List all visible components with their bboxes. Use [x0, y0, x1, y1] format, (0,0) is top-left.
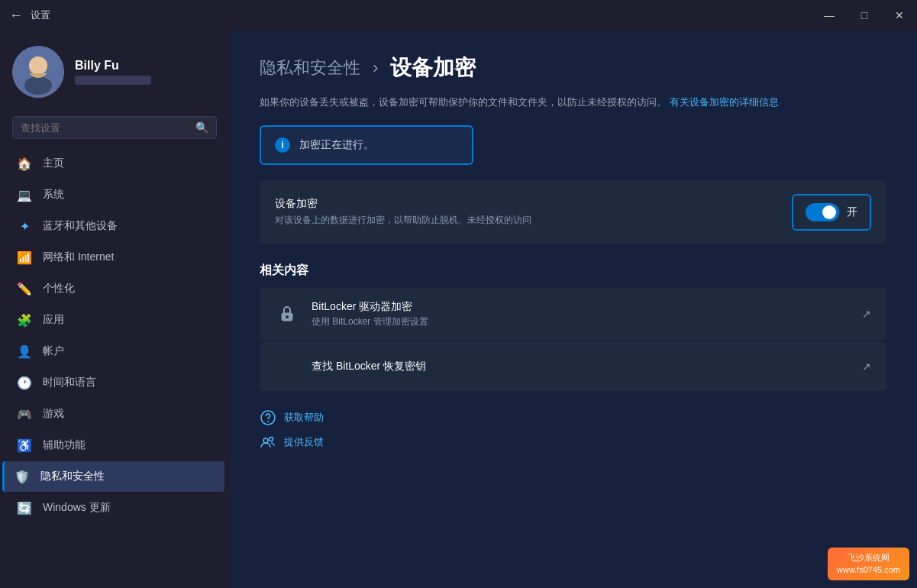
- watermark: 飞沙系统网 www.fs0745.com: [828, 548, 909, 580]
- sidebar-item-label: 网络和 Internet: [43, 250, 114, 264]
- sidebar-item-label: 辅助功能: [43, 438, 86, 452]
- footer-links: 获取帮助 提供反馈: [260, 409, 886, 451]
- privacy-icon: 🛡️: [15, 469, 30, 484]
- description-row: 如果你的设备丢失或被盗，设备加密可帮助保护你的文件和文件夹，以防止未经授权的访问…: [260, 95, 886, 110]
- apps-icon: 🧩: [17, 312, 32, 328]
- recovery-key-icon: [275, 354, 299, 379]
- sidebar-item-accounts[interactable]: 👤 帐户: [5, 336, 224, 367]
- info-text: 加密正在进行。: [299, 138, 374, 152]
- sidebar-item-apps[interactable]: 🧩 应用: [5, 305, 224, 335]
- system-icon: 💻: [17, 187, 32, 202]
- user-info: Billy Fu: [75, 59, 151, 85]
- sidebar: Billy Fu 🔍 🏠 主页 💻 系统 ✦ 蓝牙和其他设备: [0, 31, 229, 588]
- toggle-label: 开: [847, 205, 857, 219]
- sidebar-item-system[interactable]: 💻 系统: [5, 179, 224, 210]
- sidebar-item-label: 隐私和安全性: [40, 470, 105, 483]
- sidebar-item-label: 主页: [43, 157, 64, 170]
- feedback-icon: [260, 434, 276, 451]
- watermark-line2: www.fs0745.com: [837, 564, 900, 576]
- sidebar-item-label: 个性化: [43, 282, 75, 296]
- info-box: i 加密正在进行。: [260, 125, 473, 165]
- sidebar-item-personalization[interactable]: ✏️ 个性化: [5, 273, 224, 304]
- main-content: 隐私和安全性 › 设备加密 如果你的设备丢失或被盗，设备加密可帮助保护你的文件和…: [229, 31, 917, 588]
- toggle-container: 开: [792, 194, 871, 231]
- device-encryption-desc: 对该设备上的数据进行加密，以帮助防止脱机、未经授权的访问: [275, 214, 531, 227]
- recovery-key-title: 查找 BitLocker 恢复密钥: [312, 360, 850, 373]
- user-name: Billy Fu: [75, 59, 151, 73]
- sidebar-item-privacy[interactable]: 🛡️ 隐私和安全性: [2, 461, 224, 492]
- personalization-icon: ✏️: [17, 281, 32, 296]
- sidebar-item-windows-update[interactable]: 🔄 Windows 更新: [5, 493, 224, 523]
- sidebar-item-time[interactable]: 🕐 时间和语言: [5, 367, 224, 398]
- help-link[interactable]: 获取帮助: [260, 409, 886, 426]
- home-icon: 🏠: [17, 156, 32, 171]
- avatar: [12, 46, 64, 98]
- user-profile[interactable]: Billy Fu: [0, 31, 229, 110]
- bitlocker-external-icon: ↗: [862, 308, 871, 320]
- accounts-icon: 👤: [17, 344, 32, 359]
- detail-link[interactable]: 有关设备加密的详细信息: [670, 96, 779, 108]
- time-icon: 🕐: [17, 375, 32, 390]
- titlebar-title: 设置: [31, 8, 50, 22]
- sidebar-item-network[interactable]: 📶 网络和 Internet: [5, 242, 224, 273]
- sidebar-item-accessibility[interactable]: ♿ 辅助功能: [5, 430, 224, 460]
- minimize-button[interactable]: —: [812, 0, 847, 31]
- sidebar-item-label: 应用: [43, 313, 64, 327]
- device-encryption-card: 设备加密 对该设备上的数据进行加密，以帮助防止脱机、未经授权的访问 开: [260, 180, 886, 244]
- bluetooth-icon: ✦: [17, 218, 32, 234]
- user-account-bar: [75, 76, 151, 85]
- search-box[interactable]: 🔍: [12, 116, 217, 139]
- avatar-image: [12, 46, 64, 98]
- search-input[interactable]: [21, 122, 189, 134]
- sidebar-item-label: 蓝牙和其他设备: [43, 219, 118, 233]
- svg-point-2: [24, 76, 52, 95]
- close-button[interactable]: ✕: [882, 0, 917, 31]
- app-container: Billy Fu 🔍 🏠 主页 💻 系统 ✦ 蓝牙和其他设备: [0, 31, 917, 588]
- maximize-button[interactable]: □: [847, 0, 882, 31]
- bitlocker-desc: 使用 BitLocker 管理加密设置: [312, 315, 850, 328]
- bitlocker-item[interactable]: BitLocker 驱动器加密 使用 BitLocker 管理加密设置 ↗: [260, 288, 886, 341]
- device-encryption-title: 设备加密: [275, 197, 531, 211]
- sidebar-item-bluetooth[interactable]: ✦ 蓝牙和其他设备: [5, 211, 224, 241]
- recovery-key-item[interactable]: 查找 BitLocker 恢复密钥 ↗: [260, 342, 886, 391]
- bitlocker-title: BitLocker 驱动器加密: [312, 300, 850, 314]
- gaming-icon: 🎮: [17, 406, 32, 422]
- bitlocker-icon: [275, 302, 299, 326]
- sidebar-item-label: Windows 更新: [43, 501, 111, 515]
- svg-point-9: [270, 437, 273, 441]
- sidebar-item-label: 游戏: [43, 407, 64, 421]
- breadcrumb-parent[interactable]: 隐私和安全性: [260, 57, 360, 79]
- sidebar-item-label: 时间和语言: [43, 376, 96, 389]
- sidebar-nav: 🏠 主页 💻 系统 ✦ 蓝牙和其他设备 📶 网络和 Internet ✏️ 个性…: [0, 148, 229, 523]
- feedback-text: 提供反馈: [284, 435, 324, 449]
- toggle-thumb: [822, 205, 836, 219]
- page-header: 隐私和安全性 › 设备加密: [260, 53, 886, 82]
- update-icon: 🔄: [17, 500, 32, 515]
- device-encryption-toggle[interactable]: [806, 203, 839, 221]
- breadcrumb-separator: ›: [373, 58, 378, 78]
- description-text: 如果你的设备丢失或被盗，设备加密可帮助保护你的文件和文件夹，以防止未经授权的访问…: [260, 96, 667, 108]
- toggle-track: [806, 203, 839, 221]
- recovery-key-external-icon: ↗: [862, 360, 871, 373]
- help-icon: [260, 409, 276, 426]
- sidebar-item-gaming[interactable]: 🎮 游戏: [5, 399, 224, 429]
- related-section-header: 相关内容: [260, 263, 886, 279]
- titlebar: ← 设置 — □ ✕: [0, 0, 917, 31]
- sidebar-item-label: 系统: [43, 188, 64, 202]
- feedback-link[interactable]: 提供反馈: [260, 434, 886, 451]
- sidebar-item-home[interactable]: 🏠 主页: [5, 148, 224, 179]
- page-title: 设备加密: [390, 53, 476, 82]
- recovery-key-content: 查找 BitLocker 恢复密钥: [312, 360, 850, 373]
- watermark-line1: 飞沙系统网: [848, 552, 890, 564]
- sidebar-item-label: 帐户: [43, 344, 64, 358]
- svg-point-3: [29, 57, 47, 75]
- back-button[interactable]: ←: [9, 8, 23, 24]
- help-text: 获取帮助: [284, 411, 324, 425]
- info-icon: i: [275, 137, 290, 153]
- bitlocker-content: BitLocker 驱动器加密 使用 BitLocker 管理加密设置: [312, 300, 850, 328]
- window-controls: — □ ✕: [812, 0, 917, 31]
- accessibility-icon: ♿: [17, 438, 32, 453]
- network-icon: 📶: [17, 250, 32, 265]
- search-container: 🔍: [0, 110, 229, 145]
- svg-point-5: [286, 315, 289, 318]
